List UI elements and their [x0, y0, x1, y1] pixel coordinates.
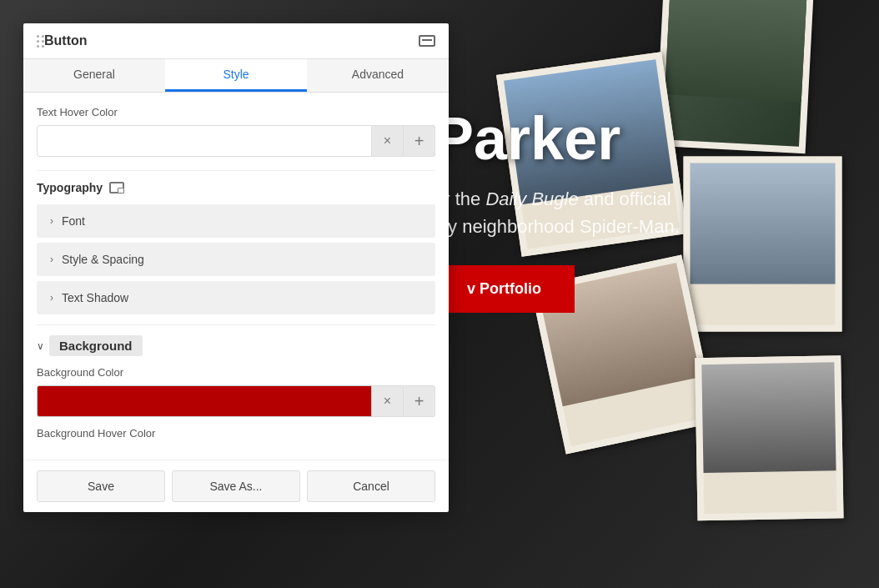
tab-general[interactable]: General: [23, 59, 165, 92]
panel-header: Button: [23, 23, 449, 59]
text-hover-color-clear-button[interactable]: ×: [372, 125, 404, 157]
background-color-add-button[interactable]: +: [404, 385, 435, 417]
accordion-style-spacing-header[interactable]: › Style & Spacing: [37, 243, 435, 276]
accordion-text-shadow: › Text Shadow: [37, 281, 435, 314]
divider-2: [37, 324, 435, 325]
chevron-right-icon: ›: [50, 215, 53, 227]
accordion-text-shadow-header[interactable]: › Text Shadow: [37, 281, 435, 314]
background-color-swatch[interactable]: [37, 385, 372, 417]
accordion-font-label: Font: [62, 214, 85, 228]
hero-text-block: Parker or the Daily Bugle and official d…: [434, 108, 680, 313]
panel-content: Text Hover Color × + Typography › Font: [23, 93, 449, 460]
clear-icon: ×: [384, 133, 391, 148]
responsive-icon[interactable]: [109, 182, 124, 193]
tab-style[interactable]: Style: [165, 59, 307, 92]
subtitle-line2: dly neighborhood Spider-Man.: [434, 216, 680, 237]
chevron-right-icon: ›: [50, 292, 53, 304]
cancel-button[interactable]: Cancel: [307, 470, 435, 502]
text-hover-color-input[interactable]: [37, 125, 372, 157]
photo-3: [684, 157, 842, 332]
photo-5: [695, 355, 843, 520]
typography-header: Typography: [37, 181, 435, 194]
background-hover-color-label: Background Hover Color: [37, 427, 435, 440]
clear-icon: ×: [384, 394, 391, 409]
background-color-label: Background Color: [37, 366, 435, 379]
tab-advanced[interactable]: Advanced: [307, 59, 449, 92]
chevron-down-icon[interactable]: ∨: [37, 340, 44, 352]
add-icon: +: [414, 392, 424, 411]
text-hover-color-row: × +: [37, 125, 435, 157]
accordion-text-shadow-label: Text Shadow: [62, 291, 128, 304]
hero-portfolio-button[interactable]: v Portfolio: [434, 265, 575, 313]
drag-dot: [37, 45, 39, 48]
subtitle-italic: Daily Bugle: [485, 188, 578, 209]
text-hover-color-add-button[interactable]: +: [404, 125, 435, 157]
drag-dot: [37, 35, 39, 38]
chevron-right-icon: ›: [50, 254, 53, 265]
divider-1: [37, 170, 435, 171]
typography-label: Typography: [37, 181, 103, 194]
panel-title: Button: [44, 33, 419, 48]
accordion-style-spacing-label: Style & Spacing: [62, 253, 144, 266]
accordion-style-spacing: › Style & Spacing: [37, 243, 435, 276]
button-panel: Button General Style Advanced Text Hover…: [23, 23, 449, 512]
panel-tabs: General Style Advanced: [23, 59, 449, 93]
accordion-font: › Font: [37, 204, 435, 238]
background-section-header: ∨ Background: [37, 335, 435, 356]
add-icon: +: [414, 132, 424, 151]
text-hover-color-label: Text Hover Color: [37, 106, 435, 118]
minimize-button[interactable]: [419, 35, 435, 47]
subtitle-part2: and official: [579, 188, 671, 209]
background-section-title: Background: [49, 335, 143, 356]
hero-name: Parker: [434, 108, 680, 168]
background-color-clear-button[interactable]: ×: [372, 385, 404, 417]
hero-subtitle: or the Daily Bugle and official dly neig…: [434, 185, 680, 240]
accordion-font-header[interactable]: › Font: [37, 204, 435, 238]
drag-dot: [37, 40, 39, 43]
drag-handle[interactable]: [37, 35, 44, 48]
background-color-row: × +: [37, 385, 435, 417]
panel-footer: Save Save As... Cancel: [23, 460, 449, 512]
save-button[interactable]: Save: [37, 470, 165, 502]
save-as-button[interactable]: Save As...: [172, 470, 300, 502]
